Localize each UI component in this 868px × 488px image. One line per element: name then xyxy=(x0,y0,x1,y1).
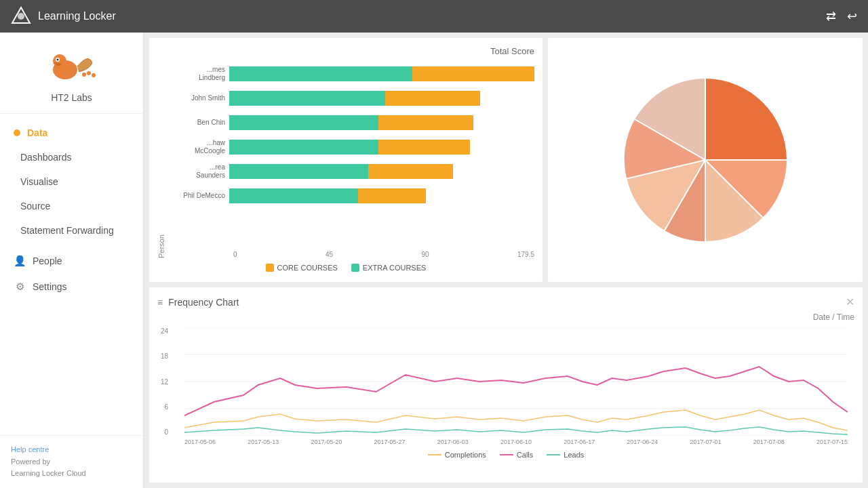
sidebar-item-people[interactable]: 👤 People xyxy=(0,248,143,274)
bar-chart-ylabel: Person xyxy=(157,62,165,258)
org-logo xyxy=(45,46,99,87)
bar-row-label: John Smith xyxy=(168,94,229,102)
topbar: Learning Locker ⇄ ↩ xyxy=(0,0,868,33)
bar-track xyxy=(229,66,534,81)
svg-point-1 xyxy=(18,13,24,20)
freq-chart-card: ≡ Frequency Chart ✕ Date / Time Count 24… xyxy=(149,287,863,483)
freq-chart-svg xyxy=(184,327,848,436)
bar-chart-legend: CORE COURSES EXTRA COURSES xyxy=(157,264,534,272)
topbar-left: Learning Locker xyxy=(11,6,116,26)
bar-track xyxy=(229,115,534,130)
bar-segment-teal xyxy=(229,115,378,130)
bar-track xyxy=(229,140,534,155)
sidebar-item-data[interactable]: Data xyxy=(0,121,143,145)
bar-segment-teal xyxy=(229,140,378,155)
powered-by-label: Powered by xyxy=(11,458,50,466)
leads-legend-label: Leads xyxy=(564,451,584,459)
sidebar-item-statement-forwarding-label: Statement Forwarding xyxy=(20,225,114,236)
charts-top-row: Total Score Person ...mesLindbergJohn Sm… xyxy=(149,38,863,282)
legend-core-courses: CORE COURSES xyxy=(266,264,338,272)
sidebar-footer: Help centre Powered by Learning Locker C… xyxy=(0,435,143,488)
freq-chart-title: Frequency Chart xyxy=(168,297,239,308)
sync-icon[interactable]: ⇄ xyxy=(826,9,836,24)
legend-core-courses-dot xyxy=(266,264,274,272)
bar-row-label: ...mesLindberg xyxy=(168,66,229,82)
sidebar-item-settings-label: Settings xyxy=(33,281,67,292)
bar-segment-orange xyxy=(412,66,534,81)
sidebar-item-dashboards-label: Dashboards xyxy=(20,152,72,163)
bar-row: ...hawMcCoogle xyxy=(168,135,534,159)
bar-track xyxy=(229,164,534,179)
bar-row: ...mesLindberg xyxy=(168,62,534,86)
bar-segment-teal xyxy=(229,164,368,179)
settings-icon: ⚙ xyxy=(14,281,26,293)
svg-point-5 xyxy=(56,59,58,61)
legend-extra-courses-dot xyxy=(351,264,359,272)
freq-close-button[interactable]: ✕ xyxy=(846,296,854,308)
completions-legend-line xyxy=(428,454,441,455)
sidebar: HT2 Labs Data Dashboards Visualise Sourc… xyxy=(0,33,144,488)
bar-row: Ben Chin xyxy=(168,110,534,135)
bar-chart-container: Person ...mesLindbergJohn SmithBen Chin.… xyxy=(157,62,534,258)
freq-chart-header: ≡ Frequency Chart ✕ xyxy=(157,296,854,308)
legend-core-courses-label: CORE COURSES xyxy=(277,264,338,272)
bar-segment-teal xyxy=(229,188,358,203)
bar-segment-orange xyxy=(385,91,480,106)
sidebar-nav: Data Dashboards Visualise Source Stateme… xyxy=(0,114,143,435)
nav-dot-data xyxy=(14,129,20,136)
bar-segment-orange xyxy=(368,164,453,179)
completions-line xyxy=(184,410,848,430)
sidebar-item-settings[interactable]: ⚙ Settings xyxy=(0,274,143,300)
svg-point-9 xyxy=(92,73,96,77)
pie-slice-1 xyxy=(705,79,787,160)
content-area: Total Score Person ...mesLindbergJohn Sm… xyxy=(144,33,868,488)
calls-legend-label: Calls xyxy=(517,451,533,459)
help-centre-link[interactable]: Help centre xyxy=(11,445,49,453)
topbar-actions: ⇄ ↩ xyxy=(826,9,857,24)
people-icon: 👤 xyxy=(14,255,26,267)
calls-line xyxy=(184,367,848,415)
svg-point-3 xyxy=(53,54,66,68)
bar-rows: ...mesLindbergJohn SmithBen Chin...hawMc… xyxy=(168,62,534,208)
bar-track xyxy=(229,188,534,203)
bar-segment-orange xyxy=(378,140,470,155)
svg-point-7 xyxy=(82,73,86,77)
bar-chart-card: Total Score Person ...mesLindbergJohn Sm… xyxy=(149,38,542,282)
sidebar-item-source-label: Source xyxy=(20,201,50,211)
sidebar-logo-area: HT2 Labs xyxy=(0,33,143,114)
sidebar-item-visualise[interactable]: Visualise xyxy=(0,169,143,194)
sidebar-item-statement-forwarding[interactable]: Statement Forwarding xyxy=(0,218,143,243)
svg-point-10 xyxy=(54,62,57,64)
freq-chart-title-container: ≡ Frequency Chart xyxy=(157,297,239,308)
freq-legend: Completions Calls Leads xyxy=(157,451,854,459)
bar-segment-teal xyxy=(229,66,412,81)
product-name-label: Learning Locker Cloud xyxy=(11,469,86,477)
freq-date-label: Date / Time xyxy=(157,312,854,322)
sidebar-item-source[interactable]: Source xyxy=(0,194,143,218)
legend-extra-courses: EXTRA COURSES xyxy=(351,264,427,272)
sidebar-item-data-label: Data xyxy=(27,127,47,138)
bar-row: Phil DeMecco xyxy=(168,184,534,208)
logout-icon[interactable]: ↩ xyxy=(847,9,857,24)
sidebar-item-visualise-label: Visualise xyxy=(20,176,58,187)
pie-chart-card xyxy=(548,38,863,282)
freq-xaxis: 2017-05-06 2017-05-13 2017-05-20 2017-05… xyxy=(184,439,848,445)
bar-segment-orange xyxy=(358,188,426,203)
bar-chart-title: Total Score xyxy=(157,46,534,56)
bar-track xyxy=(229,91,534,106)
bar-segment-orange xyxy=(378,115,473,130)
bar-row-label: ...hawMcCoogle xyxy=(168,139,229,155)
calls-legend-line xyxy=(500,454,513,455)
bar-row-label: Phil DeMecco xyxy=(168,192,229,200)
freq-legend-completions: Completions xyxy=(428,451,486,459)
main-layout: HT2 Labs Data Dashboards Visualise Sourc… xyxy=(0,33,868,488)
bar-xaxis: 0 45 90 179.5 xyxy=(233,248,534,258)
bar-row-label: ...reaSaunders xyxy=(168,163,229,180)
freq-title-icon: ≡ xyxy=(157,297,163,308)
bar-chart-inner: ...mesLindbergJohn SmithBen Chin...hawMc… xyxy=(168,62,534,258)
bar-row: ...reaSaunders xyxy=(168,159,534,184)
sidebar-item-dashboards[interactable]: Dashboards xyxy=(0,145,143,169)
freq-yaxis: 24 18 12 6 0 xyxy=(161,327,168,436)
freq-legend-leads: Leads xyxy=(547,451,584,459)
bar-segment-teal xyxy=(229,91,385,106)
